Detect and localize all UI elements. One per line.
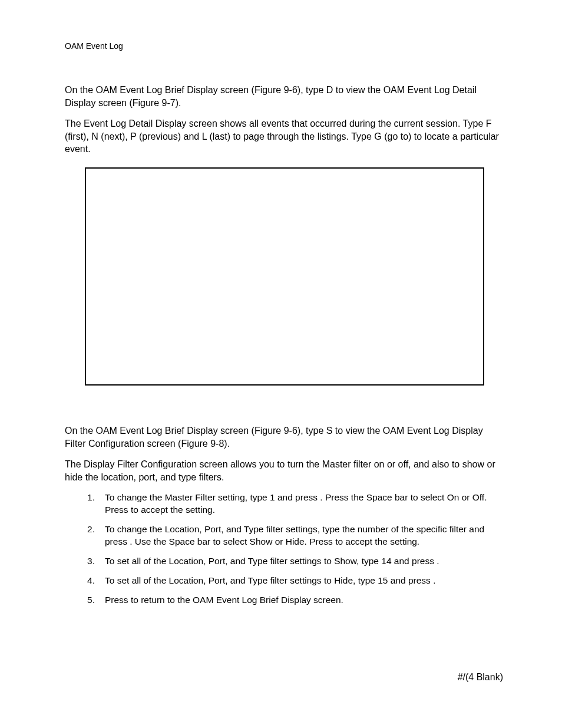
step-1-text-c: to accept the setting. bbox=[131, 505, 215, 515]
page: OAM Event Log On the OAM Event Log Brief… bbox=[0, 0, 562, 607]
step-2-text-b: . Use the Space bar to select Show or Hi… bbox=[130, 536, 335, 546]
step-5-text-b: to return to the OAM Event Log Brief Dis… bbox=[131, 595, 343, 605]
step-2-text-c: to accept the setting. bbox=[335, 536, 419, 546]
running-header: OAM Event Log bbox=[65, 41, 503, 51]
step-5-text-a: Press bbox=[105, 595, 131, 605]
step-2: To change the Location, Port, and Type f… bbox=[93, 523, 503, 548]
paragraph-detail-description: The Event Log Detail Display screen show… bbox=[65, 117, 503, 156]
step-5: Press to return to the OAM Event Log Bri… bbox=[93, 594, 503, 607]
step-3: To set all of the Location, Port, and Ty… bbox=[93, 555, 503, 568]
step-4-text-b: . bbox=[433, 575, 435, 585]
paragraph-intro-detail: On the OAM Event Log Brief Display scree… bbox=[65, 84, 503, 109]
step-3-text-a: To set all of the Location, Port, and Ty… bbox=[105, 556, 437, 566]
figure-placeholder bbox=[85, 167, 484, 386]
paragraph-intro-filter: On the OAM Event Log Brief Display scree… bbox=[65, 424, 503, 450]
step-4-text-a: To set all of the Location, Port, and Ty… bbox=[105, 575, 433, 585]
step-1-text-a: To change the Master Filter setting, typ… bbox=[105, 492, 320, 502]
spacer bbox=[65, 386, 503, 424]
page-footer: #/(4 Blank) bbox=[458, 672, 503, 683]
step-1: To change the Master Filter setting, typ… bbox=[93, 492, 503, 516]
step-3-text-b: . bbox=[437, 556, 439, 566]
paragraph-filter-description: The Display Filter Configuration screen … bbox=[65, 458, 503, 483]
step-4: To set all of the Location, Port, and Ty… bbox=[93, 575, 503, 587]
steps-list: To change the Master Filter setting, typ… bbox=[65, 492, 503, 606]
